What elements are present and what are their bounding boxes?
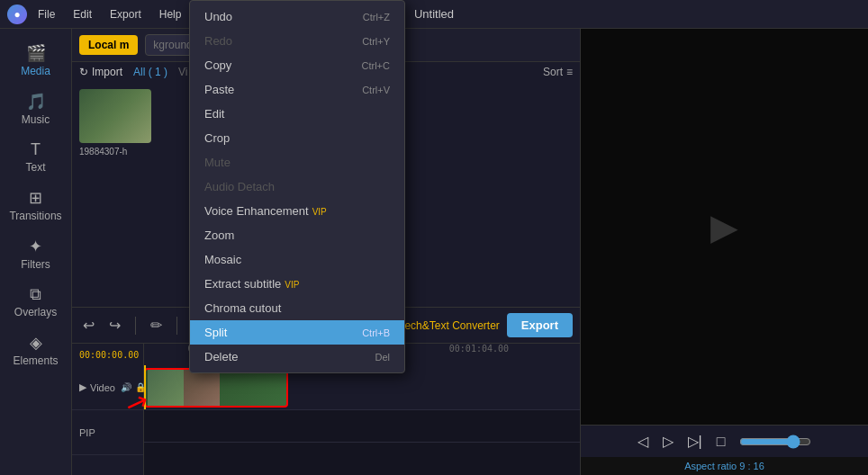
app-logo: ●: [7, 4, 27, 24]
sidebar: 🎬 Media 🎵 Music T Text ⊞ Transitions ✦ F…: [0, 29, 72, 475]
video-clip[interactable]: [144, 368, 288, 408]
sidebar-label-elements: Elements: [4, 354, 68, 367]
edit-button[interactable]: ✏: [147, 313, 166, 337]
ruler-mark-3: 00:01:04.00: [449, 344, 509, 354]
aspect-ratio-value: 9 : 16: [739, 461, 764, 471]
sidebar-item-media[interactable]: 🎬 Media: [0, 36, 71, 85]
sidebar-item-overlays[interactable]: ⧉ Overlays: [0, 278, 71, 326]
ctx-item-label: Undo: [204, 10, 232, 23]
ctx-item-label: Mosaic: [204, 253, 241, 266]
thumb-image: [79, 89, 151, 143]
sidebar-item-text[interactable]: T Text: [0, 133, 71, 181]
preview-area: ▶: [581, 29, 868, 426]
ctx-item-mosaic[interactable]: Mosaic: [190, 247, 404, 272]
media-thumbnail: [79, 89, 151, 143]
sidebar-item-music[interactable]: 🎵 Music: [0, 85, 71, 133]
local-media-button[interactable]: Local m: [79, 35, 138, 55]
redo-button[interactable]: ↪: [105, 313, 124, 337]
aspect-ratio-label: Aspect ratio: [684, 461, 737, 471]
ctx-shortcut: Ctrl+Y: [362, 36, 390, 47]
sidebar-label-media: Media: [4, 65, 68, 77]
ctx-item-label: Crop: [204, 131, 230, 145]
video-label: Video: [90, 382, 115, 393]
text-icon: T: [4, 140, 68, 159]
clip-thumbnail-2: [184, 370, 220, 406]
ctx-item-chroma-cutout[interactable]: Chroma cutout: [190, 296, 404, 320]
sidebar-item-elements[interactable]: ◈ Elements: [0, 326, 71, 374]
ctx-item-delete[interactable]: DeleteDel: [190, 345, 404, 369]
ctx-item-label: Edit: [204, 107, 224, 121]
track-content: [144, 365, 580, 475]
ctx-item-label: Split: [204, 326, 227, 339]
elements-icon: ◈: [4, 333, 68, 353]
ctx-item-label: Paste: [204, 83, 234, 96]
context-menu: UndoCtrl+ZRedoCtrl+YCopyCtrl+CPasteCtrl+…: [189, 0, 405, 373]
toolbar-separator2: [176, 317, 177, 335]
fullscreen-button[interactable]: □: [717, 434, 726, 450]
sidebar-label-text: Text: [4, 161, 68, 174]
next-frame-button[interactable]: ▷|: [688, 433, 702, 450]
ctx-item-zoom[interactable]: Zoom: [190, 223, 404, 247]
volume-slider[interactable]: [739, 435, 811, 449]
menu-edit[interactable]: Edit: [64, 4, 101, 24]
ctx-shortcut: Ctrl+B: [362, 327, 390, 338]
sort-button[interactable]: Sort ≡: [543, 66, 573, 78]
ctx-shortcut: Del: [375, 352, 390, 363]
import-button[interactable]: ↻ Import: [79, 66, 122, 78]
aspect-ratio-display: Aspect ratio 9 : 16: [581, 457, 868, 475]
ctx-item-audio-detach: Audio Detach: [190, 175, 404, 199]
ctx-item-redo: RedoCtrl+Y: [190, 29, 404, 53]
pip-track: [144, 410, 580, 443]
media-icon: 🎬: [4, 43, 68, 63]
sidebar-item-transitions[interactable]: ⊞ Transitions: [0, 181, 71, 229]
ctx-item-copy[interactable]: CopyCtrl+C: [190, 53, 404, 77]
ctx-item-label: Audio Detach: [204, 180, 275, 193]
prev-frame-button[interactable]: ◁: [637, 433, 648, 450]
title-bar: ● File Edit Export Help Untitled: [0, 0, 868, 29]
ctx-item-crop[interactable]: Crop: [190, 126, 404, 150]
transitions-icon: ⊞: [4, 188, 68, 208]
ctx-shortcut: Ctrl+V: [362, 85, 390, 95]
ctx-item-undo[interactable]: UndoCtrl+Z: [190, 4, 404, 29]
menu-help[interactable]: Help: [150, 4, 191, 24]
ctx-item-label: Copy: [204, 58, 231, 72]
ctx-item-split[interactable]: SplitCtrl+B: [190, 320, 404, 345]
overlays-icon: ⧉: [4, 285, 68, 304]
sort-label: Sort: [543, 66, 563, 78]
ctx-shortcut: Ctrl+C: [362, 60, 390, 71]
track-labels: ▶ Video 🔊 🔒 PIP: [72, 365, 144, 475]
music-icon: 🎵: [4, 92, 68, 112]
sidebar-item-filters[interactable]: ✦ Filters: [0, 229, 71, 278]
ctx-item-label: Redo: [204, 34, 232, 48]
ctx-item-label: Delete: [204, 350, 239, 363]
export-button[interactable]: Export: [507, 313, 573, 337]
play-button[interactable]: ▷: [663, 433, 674, 450]
tab-all[interactable]: All ( 1 ): [133, 66, 167, 78]
ctx-item-label: Mute: [204, 156, 231, 169]
menu-bar: File Edit Export Help: [29, 4, 190, 24]
ctx-item-voice-enhancement[interactable]: Voice EnhancementVIP: [190, 199, 404, 223]
ctx-item-mute: Mute: [190, 150, 404, 175]
import-label: Import: [92, 66, 122, 78]
tab-video[interactable]: Vi: [178, 66, 187, 78]
ctx-shortcut: Ctrl+Z: [363, 12, 390, 22]
pip-label: PIP: [79, 427, 95, 438]
ctx-item-paste[interactable]: PasteCtrl+V: [190, 77, 404, 102]
ctx-item-label: Voice EnhancementVIP: [204, 204, 327, 218]
refresh-icon: ↻: [79, 66, 88, 78]
undo-button[interactable]: ↩: [79, 313, 98, 337]
preview-panel: ▶ ◁ ▷ ▷| □ Aspect ratio 9 : 16: [580, 29, 868, 475]
menu-export[interactable]: Export: [101, 4, 150, 24]
vip-badge: VIP: [312, 207, 327, 217]
ctx-item-edit[interactable]: Edit: [190, 102, 404, 126]
toolbar-separator: [135, 317, 136, 335]
menu-file[interactable]: File: [29, 4, 64, 24]
media-filename: 19884307-h: [79, 147, 151, 157]
ctx-item-label: Zoom: [204, 229, 234, 242]
sort-icon: ≡: [566, 66, 573, 78]
sidebar-label-overlays: Overlays: [4, 306, 68, 318]
ctx-item-extract-subtitle[interactable]: Extract subtitleVIP: [190, 272, 404, 296]
sidebar-label-music: Music: [4, 113, 68, 126]
media-item[interactable]: 19884307-h: [79, 89, 151, 300]
clip-thumbnail-1: [148, 370, 184, 406]
